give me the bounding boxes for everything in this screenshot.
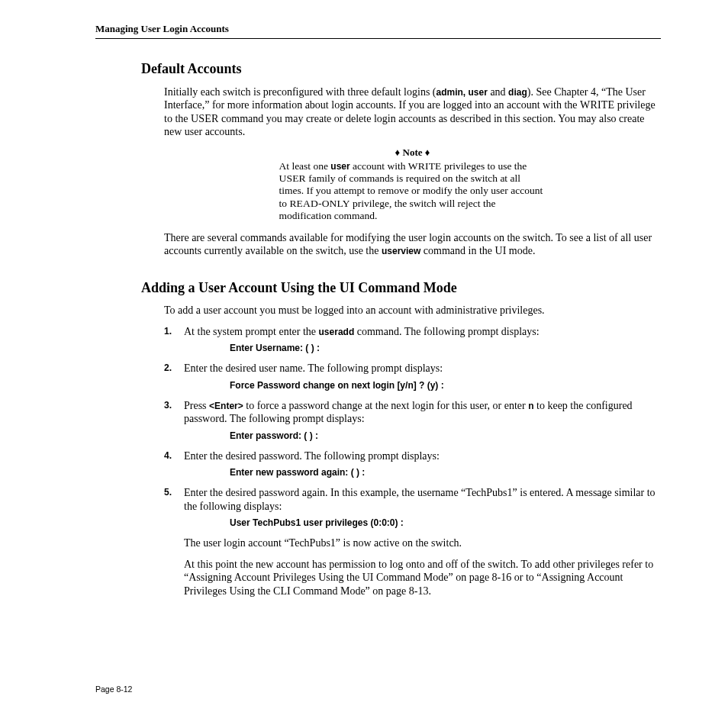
running-head: Managing User Login Accounts bbox=[95, 23, 661, 39]
step-number: 3. bbox=[164, 399, 172, 412]
step-number: 5. bbox=[164, 486, 172, 499]
text: command you may create or delete login a… bbox=[164, 113, 644, 138]
text: At the system prompt enter the bbox=[184, 326, 319, 337]
smallcaps: USER bbox=[191, 113, 219, 124]
step-number: 2. bbox=[164, 362, 172, 375]
inline-code: diag bbox=[508, 87, 527, 98]
inline-code: useradd bbox=[319, 327, 355, 337]
step-number: 4. bbox=[164, 449, 172, 462]
heading-default-accounts: Default Accounts bbox=[141, 60, 661, 78]
inline-code: admin, user bbox=[436, 87, 488, 98]
steps-list: 1. At the system prompt enter the userad… bbox=[164, 325, 661, 598]
text: and bbox=[488, 86, 508, 98]
code-prompt: Enter new password again: ( ) : bbox=[230, 467, 661, 478]
text: Initially each switch is preconfigured w… bbox=[164, 86, 436, 98]
inline-code: user bbox=[330, 161, 350, 172]
intro-paragraph: To add a user account you must be logged… bbox=[164, 304, 661, 317]
inline-code: n bbox=[528, 401, 533, 411]
note-block: ♦ Note ♦ At least one user account with … bbox=[164, 147, 661, 222]
step-text: Press <Enter> to force a password change… bbox=[184, 399, 661, 426]
text: to force a password change at the next l… bbox=[243, 400, 528, 411]
note-title: ♦ Note ♦ bbox=[164, 147, 661, 159]
paragraph: There are several commands available for… bbox=[164, 231, 661, 258]
paragraph: Initially each switch is preconfigured w… bbox=[164, 85, 661, 139]
text: account with bbox=[350, 160, 408, 172]
smallcaps: READ-ONLY bbox=[289, 198, 350, 209]
step-1: 1. At the system prompt enter the userad… bbox=[164, 325, 661, 355]
step-text: Enter the desired user name. The followi… bbox=[184, 362, 661, 375]
smallcaps: WRITE bbox=[580, 99, 614, 111]
smallcaps: USER bbox=[279, 172, 306, 184]
code-prompt: User TechPubs1 user privileges (0:0:0) : bbox=[230, 517, 661, 529]
inline-code: userview bbox=[382, 246, 420, 256]
text: At least one bbox=[279, 160, 331, 172]
text: command. The following prompt displays: bbox=[354, 326, 539, 337]
text: Press bbox=[184, 400, 209, 411]
page-number: Page 8-12 bbox=[95, 685, 132, 694]
step-2: 2. Enter the desired user name. The foll… bbox=[164, 362, 661, 391]
text: command in the UI mode. bbox=[420, 245, 535, 256]
step-4: 4. Enter the desired password. The follo… bbox=[164, 449, 661, 479]
section1-body: Initially each switch is preconfigured w… bbox=[164, 85, 661, 258]
step-text: Enter the desired password again. In thi… bbox=[184, 486, 661, 513]
smallcaps: WRITE bbox=[408, 160, 442, 172]
step-text: At the system prompt enter the useradd c… bbox=[184, 325, 661, 339]
closing-paragraph: At this point the new account has permis… bbox=[184, 558, 661, 598]
step-number: 1. bbox=[164, 325, 172, 338]
code-prompt: Enter password: ( ) : bbox=[230, 430, 661, 442]
code-prompt: Force Password change on next login [y/n… bbox=[230, 380, 661, 391]
page: Managing User Login Accounts Default Acc… bbox=[0, 0, 728, 598]
section2-body: To add a user account you must be logged… bbox=[164, 304, 661, 598]
code-prompt: Enter Username: ( ) : bbox=[230, 343, 661, 354]
note-body: At least one user account with WRITE pri… bbox=[279, 160, 546, 222]
closing-paragraph: The user login account “TechPubs1” is no… bbox=[184, 536, 661, 550]
text: privileges to use the bbox=[442, 160, 527, 172]
step-3: 3. Press <Enter> to force a password cha… bbox=[164, 399, 661, 442]
step-5: 5. Enter the desired password again. In … bbox=[164, 486, 661, 598]
inline-code: <Enter> bbox=[209, 401, 243, 411]
heading-adding-user: Adding a User Account Using the UI Comma… bbox=[141, 279, 661, 297]
step-text: Enter the desired password. The followin… bbox=[184, 449, 661, 463]
